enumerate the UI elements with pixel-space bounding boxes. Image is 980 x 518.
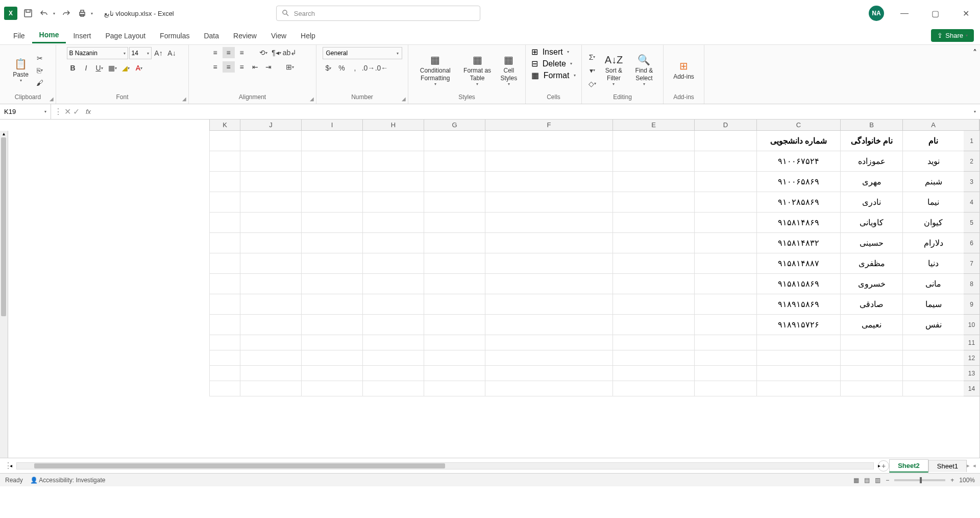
cell[interactable]: [209, 381, 240, 396]
sheet-nav-prev-icon[interactable]: ◂: [973, 462, 976, 469]
delete-cells-button[interactable]: ⊟ Delete ▾: [531, 59, 572, 68]
cell[interactable]: شبنم: [902, 172, 964, 192]
undo-dropdown[interactable]: ▾: [53, 11, 55, 16]
cell[interactable]: [612, 350, 694, 366]
row-header[interactable]: 14: [964, 381, 979, 396]
cell[interactable]: [362, 233, 424, 253]
paste-button[interactable]: 📋 Paste▾: [10, 57, 32, 84]
cut-icon[interactable]: ✂: [34, 53, 46, 64]
cell[interactable]: [240, 192, 301, 213]
cell[interactable]: نفس: [902, 315, 964, 335]
cell[interactable]: [612, 192, 694, 213]
maximize-button[interactable]: ▢: [925, 6, 945, 21]
cell[interactable]: [424, 172, 485, 192]
align-right-icon[interactable]: ≡: [236, 61, 248, 73]
row-header[interactable]: 1: [964, 131, 979, 151]
name-box-more-icon[interactable]: ⋮: [54, 107, 62, 116]
cell[interactable]: [424, 213, 485, 233]
tab-home[interactable]: Home: [32, 28, 66, 43]
collapse-ribbon-icon[interactable]: ˄: [970, 45, 980, 104]
vertical-scrollbar[interactable]: ▴: [0, 131, 8, 458]
view-normal-icon[interactable]: ▦: [853, 477, 859, 484]
column-header-I[interactable]: I: [301, 120, 362, 131]
cell[interactable]: [362, 131, 424, 151]
font-dialog-launcher[interactable]: ◢: [182, 96, 186, 102]
cell[interactable]: [424, 151, 485, 172]
increase-indent-icon[interactable]: ⇥: [262, 61, 275, 73]
cell[interactable]: [485, 233, 612, 253]
column-header-J[interactable]: J: [240, 120, 301, 131]
cell[interactable]: [209, 213, 240, 233]
view-page-layout-icon[interactable]: ▤: [864, 477, 870, 484]
vertical-scroll-thumb[interactable]: [1, 137, 6, 316]
tab-data[interactable]: Data: [197, 29, 226, 43]
cell[interactable]: نام: [902, 131, 964, 151]
cell[interactable]: [612, 151, 694, 172]
cell[interactable]: [362, 274, 424, 294]
cell[interactable]: [840, 350, 902, 366]
zoom-out-button[interactable]: −: [886, 477, 889, 484]
cell[interactable]: [485, 315, 612, 335]
cell[interactable]: [424, 294, 485, 315]
print-icon[interactable]: [77, 8, 88, 19]
tab-file[interactable]: File: [6, 29, 32, 43]
cell[interactable]: [301, 213, 362, 233]
expand-formula-bar-icon[interactable]: ▾: [970, 109, 980, 114]
cell[interactable]: [756, 381, 840, 396]
merge-center-icon[interactable]: ⊞▾: [284, 61, 296, 73]
cell[interactable]: دنیا: [902, 253, 964, 274]
wrap-text-icon[interactable]: ab↲: [284, 47, 296, 58]
font-name-select[interactable]: B Nazanin▾: [67, 47, 128, 59]
number-dialog-launcher[interactable]: ◢: [402, 96, 406, 102]
cell[interactable]: [485, 253, 612, 274]
fill-icon[interactable]: ▾▾: [586, 65, 598, 76]
clipboard-dialog-launcher[interactable]: ◢: [50, 96, 54, 102]
row-header[interactable]: 4: [964, 192, 979, 213]
cell[interactable]: [902, 335, 964, 350]
cell[interactable]: [301, 131, 362, 151]
cell[interactable]: [240, 172, 301, 192]
format-painter-icon[interactable]: 🖌: [34, 77, 46, 88]
cell[interactable]: [424, 274, 485, 294]
cell[interactable]: [424, 192, 485, 213]
cell[interactable]: [209, 315, 240, 335]
view-page-break-icon[interactable]: ▥: [875, 477, 880, 484]
cell[interactable]: [301, 350, 362, 366]
accounting-format-icon[interactable]: $▾: [323, 62, 335, 74]
insert-cells-button[interactable]: ⊞ Insert ▾: [531, 47, 569, 57]
cell[interactable]: [694, 253, 756, 274]
accessibility-status[interactable]: 👤 Accessibility: Investigate: [30, 477, 106, 484]
cell[interactable]: [209, 274, 240, 294]
cell[interactable]: [612, 381, 694, 396]
cell[interactable]: [694, 274, 756, 294]
increase-font-icon[interactable]: A↑: [153, 48, 165, 59]
cell[interactable]: [694, 151, 756, 172]
cell[interactable]: [612, 274, 694, 294]
comma-format-icon[interactable]: ,: [349, 62, 361, 74]
cell[interactable]: ۹۱۰۰۶۷۵۲۴: [756, 151, 840, 172]
cell[interactable]: [694, 192, 756, 213]
cell[interactable]: [756, 350, 840, 366]
row-header[interactable]: 8: [964, 274, 979, 294]
cell[interactable]: شماره دانشجویی: [756, 131, 840, 151]
cell-styles-button[interactable]: ▦ Cell Styles▾: [497, 53, 521, 87]
cell[interactable]: [301, 172, 362, 192]
cell[interactable]: [424, 131, 485, 151]
column-header-F[interactable]: F: [485, 120, 612, 131]
row-header[interactable]: 6: [964, 233, 979, 253]
cell[interactable]: نعیمی: [840, 315, 902, 335]
cell[interactable]: [301, 366, 362, 381]
cell[interactable]: [209, 366, 240, 381]
format-cells-button[interactable]: ▦ Format ▾: [531, 70, 576, 80]
underline-button[interactable]: U▾: [93, 62, 106, 74]
rtl-icon[interactable]: ¶◂▾: [271, 47, 283, 58]
align-middle-icon[interactable]: ≡: [223, 47, 235, 58]
cell[interactable]: ۹۱۵۸۱۴۸۶۹: [756, 213, 840, 233]
cell[interactable]: [840, 381, 902, 396]
row-header[interactable]: 7: [964, 253, 979, 274]
cell[interactable]: [756, 335, 840, 350]
autosum-icon[interactable]: Σ▾: [586, 52, 598, 63]
cell[interactable]: [694, 350, 756, 366]
enter-formula-icon[interactable]: ✓: [73, 107, 80, 116]
cell[interactable]: [694, 172, 756, 192]
